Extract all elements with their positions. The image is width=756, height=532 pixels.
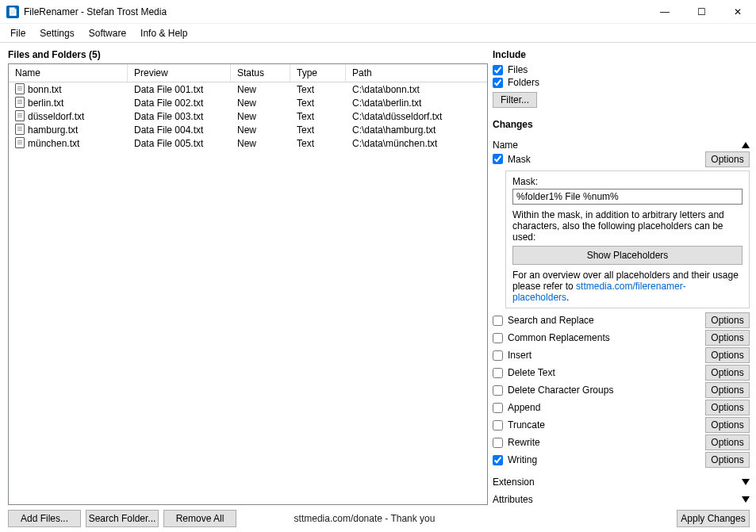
file-icon: [15, 137, 25, 148]
col-preview[interactable]: Preview: [128, 64, 231, 82]
include-files-checkbox[interactable]: [493, 65, 503, 75]
option-checkbox[interactable]: [493, 438, 503, 448]
option-checkbox[interactable]: [493, 385, 503, 396]
table-row[interactable]: berlin.txtData File 002.txtNewTextC:\dat…: [9, 96, 487, 109]
option-row: Common ReplacementsOptions: [493, 329, 750, 346]
option-options-button[interactable]: Options: [705, 365, 750, 381]
maximize-button[interactable]: ☐: [683, 0, 720, 23]
option-options-button[interactable]: Options: [705, 347, 750, 363]
option-options-button[interactable]: Options: [705, 400, 750, 415]
minimize-button[interactable]: —: [647, 0, 683, 23]
option-checkbox[interactable]: [493, 455, 503, 465]
option-label: Common Replacements: [508, 332, 610, 343]
apply-changes-button[interactable]: Apply Changes: [677, 510, 750, 527]
option-options-button[interactable]: Options: [705, 312, 750, 328]
cell-status: New: [231, 84, 290, 95]
option-toggle[interactable]: Rewrite: [493, 437, 705, 448]
window-title: FileRenamer - Stefan Trost Media: [24, 6, 647, 17]
files-panel: Files and Folders (5) Name Preview Statu…: [0, 43, 493, 532]
option-options-button[interactable]: Options: [705, 382, 750, 398]
mask-label: Mask: [508, 154, 531, 165]
option-label: Delete Text: [508, 367, 555, 378]
cell-preview: Data File 004.txt: [128, 124, 231, 136]
menu-software[interactable]: Software: [82, 25, 133, 41]
option-label: Search and Replace: [508, 315, 594, 326]
cell-name: hamburg.txt: [28, 124, 78, 136]
cell-name: bonn.txt: [28, 84, 62, 95]
option-checkbox[interactable]: [493, 368, 503, 378]
include-title: Include: [493, 49, 750, 60]
group-attributes[interactable]: Attributes: [493, 494, 750, 505]
option-toggle[interactable]: Insert: [493, 350, 705, 361]
option-toggle[interactable]: Search and Replace: [493, 315, 705, 326]
group-name[interactable]: Name: [493, 140, 750, 151]
include-folders-label: Folders: [508, 77, 539, 88]
search-folder-button[interactable]: Search Folder...: [86, 510, 159, 527]
cell-preview: Data File 003.txt: [128, 111, 231, 122]
option-options-button[interactable]: Options: [705, 452, 750, 468]
cell-type: Text: [290, 98, 346, 109]
changes-title: Changes: [493, 119, 750, 130]
app-icon: 📄: [6, 6, 19, 18]
option-row: Delete Character GroupsOptions: [493, 381, 750, 399]
chevron-up-icon: [742, 142, 750, 148]
menu-info[interactable]: Info & Help: [133, 25, 194, 41]
col-name[interactable]: Name: [9, 64, 128, 82]
option-options-button[interactable]: Options: [705, 434, 750, 450]
cell-name: münchen.txt: [28, 138, 79, 149]
option-toggle[interactable]: Append: [493, 402, 705, 413]
group-name-label: Name: [493, 140, 742, 151]
option-checkbox[interactable]: [493, 333, 503, 343]
table-row[interactable]: münchen.txtData File 005.txtNewTextC:\da…: [9, 136, 487, 150]
remove-all-button[interactable]: Remove All: [163, 510, 236, 527]
cell-type: Text: [290, 124, 346, 136]
option-checkbox[interactable]: [493, 350, 503, 361]
option-options-button[interactable]: Options: [705, 417, 750, 433]
close-button[interactable]: ✕: [720, 0, 756, 23]
files-table: Name Preview Status Type Path bonn.txtDa…: [8, 63, 488, 505]
include-files-row[interactable]: Files: [493, 64, 750, 75]
mask-toggle[interactable]: Mask: [493, 154, 705, 165]
cell-type: Text: [290, 111, 346, 122]
col-status[interactable]: Status: [231, 64, 290, 82]
option-checkbox[interactable]: [493, 420, 503, 431]
include-folders-checkbox[interactable]: [493, 78, 503, 88]
menubar: File Settings Software Info & Help: [0, 24, 756, 43]
option-checkbox[interactable]: [493, 403, 503, 413]
mask-options-button[interactable]: Options: [705, 151, 750, 167]
table-row[interactable]: düsseldorf.txtData File 003.txtNewTextC:…: [9, 109, 487, 123]
cell-type: Text: [290, 84, 346, 95]
option-toggle[interactable]: Truncate: [493, 419, 705, 431]
option-toggle[interactable]: Delete Character Groups: [493, 385, 705, 396]
table-header: Name Preview Status Type Path: [9, 64, 487, 82]
cell-type: Text: [290, 138, 346, 149]
option-label: Insert: [508, 350, 532, 361]
option-options-button[interactable]: Options: [705, 330, 750, 346]
mask-input[interactable]: [512, 189, 743, 205]
menu-settings[interactable]: Settings: [33, 25, 81, 41]
show-placeholders-button[interactable]: Show Placeholders: [512, 246, 743, 265]
cell-path: C:\data\bonn.txt: [346, 84, 487, 95]
option-checkbox[interactable]: [493, 316, 503, 326]
file-icon: [15, 97, 25, 108]
table-row[interactable]: bonn.txtData File 001.txtNewTextC:\data\…: [9, 82, 487, 96]
option-toggle[interactable]: Common Replacements: [493, 332, 705, 343]
option-toggle[interactable]: Writing: [493, 454, 705, 465]
option-toggle[interactable]: Delete Text: [493, 367, 705, 378]
col-path[interactable]: Path: [346, 64, 487, 82]
menu-file[interactable]: File: [3, 25, 33, 41]
group-extension[interactable]: Extension: [493, 477, 750, 488]
cell-name: düsseldorf.txt: [28, 111, 84, 122]
mask-checkbox[interactable]: [493, 154, 503, 164]
file-icon: [15, 124, 25, 135]
file-icon: [15, 110, 25, 121]
group-extension-label: Extension: [493, 477, 742, 488]
include-folders-row[interactable]: Folders: [493, 77, 750, 88]
col-type[interactable]: Type: [290, 64, 346, 82]
filter-button[interactable]: Filter...: [493, 92, 537, 108]
option-row: InsertOptions: [493, 346, 750, 364]
add-files-button[interactable]: Add Files...: [8, 510, 81, 527]
table-row[interactable]: hamburg.txtData File 004.txtNewTextC:\da…: [9, 123, 487, 136]
option-row: RewriteOptions: [493, 434, 750, 451]
group-attributes-label: Attributes: [493, 494, 742, 505]
